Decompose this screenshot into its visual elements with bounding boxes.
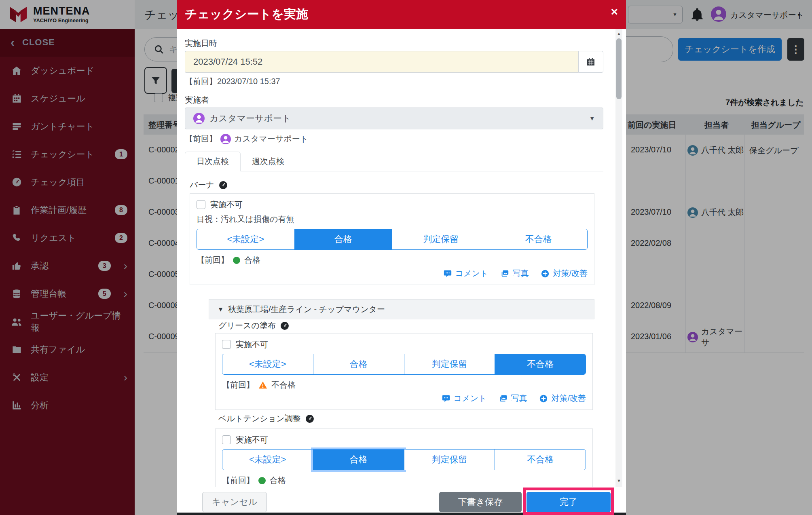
inspection-tabs: 日次点検 週次点検 (185, 153, 603, 171)
option-pass[interactable]: 合格 (313, 450, 404, 470)
countermeasure-link[interactable]: 対策/改善 (541, 268, 588, 279)
save-draft-button[interactable]: 下書き保存 (439, 492, 522, 512)
photo-icon (499, 394, 507, 403)
result-segmented-control: <未設定> 合格 判定保留 不合格 (222, 449, 586, 470)
impossible-checkbox[interactable] (197, 200, 205, 209)
option-hold[interactable]: 判定保留 (404, 354, 495, 374)
option-unset[interactable]: <未設定> (222, 450, 313, 470)
calendar-picker-button[interactable] (578, 51, 603, 73)
option-hold[interactable]: 判定保留 (392, 229, 490, 249)
impossible-checkbox[interactable] (222, 340, 231, 349)
scroll-down-icon[interactable]: ▼ (615, 478, 622, 483)
scroll-up-icon[interactable]: ▲ (615, 31, 622, 36)
close-icon[interactable]: × (611, 6, 618, 18)
tab-daily-inspection[interactable]: 日次点検 (185, 152, 241, 171)
gauge-icon (218, 180, 228, 190)
option-fail[interactable]: 不合格 (490, 229, 588, 249)
option-unset[interactable]: <未設定> (222, 354, 313, 374)
option-fail[interactable]: 不合格 (495, 450, 586, 470)
modal-scrollbar[interactable]: ▲ ▼ (615, 29, 622, 487)
countermeasure-link[interactable]: 対策/改善 (539, 393, 586, 404)
photo-icon (500, 269, 509, 278)
impossible-checkbox-row[interactable]: 実施不可 (222, 339, 586, 350)
option-hold[interactable]: 判定保留 (404, 450, 495, 470)
executor-label: 実施者 (185, 95, 209, 106)
person-avatar-icon (220, 134, 231, 144)
gauge-icon (280, 321, 290, 331)
modal-header: チェックシートを実施 × (177, 0, 626, 29)
scrollbar-thumb[interactable] (616, 38, 622, 99)
check-item-name: ベルトテンション調整 (218, 413, 315, 424)
photo-link[interactable]: 写真 (499, 393, 527, 404)
check-item-description: 目視：汚れ又は損傷の有無 (197, 214, 588, 225)
warning-status-icon (258, 381, 267, 390)
item-actions: コメント 写真 対策/改善 (197, 268, 588, 279)
datetime-input-group: 2023/07/24 15:52 (185, 51, 603, 73)
option-fail[interactable]: 不合格 (495, 354, 586, 374)
datetime-previous: 【前回】2023/07/10 15:37 (185, 76, 280, 87)
tab-weekly-inspection[interactable]: 週次点検 (241, 152, 296, 171)
datetime-input[interactable]: 2023/07/24 15:52 (185, 51, 578, 73)
caret-down-icon: ▼ (589, 115, 595, 122)
comment-link[interactable]: コメント (443, 268, 488, 279)
previous-result: 【前回】 合格 (222, 475, 586, 486)
comment-icon (442, 394, 450, 403)
plus-circle-icon (539, 394, 548, 403)
check-item-card: 実施不可 目視：汚れ又は損傷の有無 <未設定> 合格 判定保留 不合格 【前回】… (190, 193, 594, 285)
annotation-highlight-box (523, 488, 614, 515)
calendar-icon (586, 57, 596, 67)
executor-value: カスタマーサポート (209, 112, 291, 125)
person-avatar-icon (193, 113, 205, 124)
option-pass[interactable]: 合格 (313, 354, 404, 374)
chevron-down-icon: ▾ (219, 305, 222, 314)
previous-result: 【前回】 不合格 (222, 380, 586, 390)
item-actions: コメント 写真 対策/改善 (222, 393, 586, 404)
modal-title: チェックシートを実施 (177, 6, 308, 23)
plus-circle-icon (541, 269, 550, 278)
executor-select[interactable]: カスタマーサポート ▼ (185, 108, 603, 129)
cancel-button[interactable]: キャンセル (202, 492, 267, 512)
check-item-name: バーナ (190, 179, 228, 190)
photo-link[interactable]: 写真 (500, 268, 529, 279)
option-pass[interactable]: 合格 (294, 229, 392, 249)
comment-icon (443, 269, 452, 278)
equipment-section-header[interactable]: ▾ 秋葉原工場/生産ライン - チップマウンター (209, 299, 594, 319)
gauge-icon (305, 414, 315, 424)
pass-status-icon (233, 257, 240, 264)
execute-checksheet-modal: チェックシートを実施 × 実施日時 2023/07/24 15:52 【前回】2… (177, 0, 626, 513)
pass-status-icon (258, 477, 266, 484)
impossible-checkbox[interactable] (222, 435, 231, 444)
datetime-label: 実施日時 (185, 38, 217, 49)
previous-result: 【前回】 合格 (197, 255, 588, 266)
result-segmented-control: <未設定> 合格 判定保留 不合格 (197, 229, 588, 250)
section-title: 秋葉原工場/生産ライン - チップマウンター (228, 304, 385, 315)
impossible-checkbox-row[interactable]: 実施不可 (197, 199, 588, 210)
screen: MENTENA YACHIYO Engineering チェック ▼ カスタマー… (0, 0, 812, 515)
check-item-name: グリースの塗布 (218, 320, 290, 331)
check-item-card: 実施不可 <未設定> 合格 判定保留 不合格 【前回】 不合格 コメント 写真 … (215, 333, 593, 410)
option-unset[interactable]: <未設定> (197, 229, 294, 249)
result-segmented-control: <未設定> 合格 判定保留 不合格 (222, 354, 586, 375)
impossible-checkbox-row[interactable]: 実施不可 (222, 435, 586, 445)
comment-link[interactable]: コメント (442, 393, 487, 404)
executor-previous: 【前回】 カスタマーサポート (185, 133, 308, 144)
